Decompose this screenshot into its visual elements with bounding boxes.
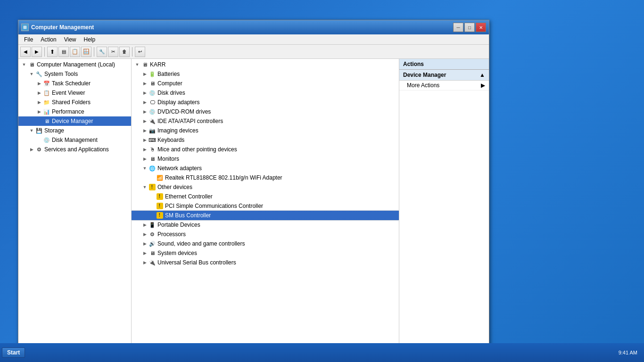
dev-root[interactable]: ▼ 🖥 KARR: [132, 60, 399, 69]
actions-section-device-manager[interactable]: Device Manager ▲: [399, 70, 489, 81]
tree-services-applications[interactable]: ▶ ⚙ Services and Applications: [18, 145, 131, 154]
dev-other-devices[interactable]: ▼ ! Other devices: [132, 182, 399, 192]
dev-ethernet-controller[interactable]: ! Ethernet Controller: [132, 192, 399, 201]
task-scheduler-expander[interactable]: ▶: [35, 80, 43, 87]
dev-batteries[interactable]: ▶ 🔋 Batteries: [132, 69, 399, 79]
other-devices-expander[interactable]: ▼: [141, 183, 149, 191]
dev-sound[interactable]: ▶ 🔊 Sound, video and game controllers: [132, 239, 399, 248]
dev-disk-drives[interactable]: ▶ 💿 Disk drives: [132, 88, 399, 98]
actions-section-label: Device Manager: [403, 72, 446, 78]
monitors-label: Monitors: [157, 156, 179, 162]
batteries-icon: 🔋: [149, 70, 156, 78]
computer-management-window: ⊞ Computer Management ─ □ ✕ File Action …: [18, 20, 489, 359]
imaging-devices-expander[interactable]: ▶: [141, 127, 149, 134]
dev-mice[interactable]: ▶ 🖱 Mice and other pointing devices: [132, 145, 399, 154]
toolbar-btn-6[interactable]: ↩: [135, 47, 145, 57]
dev-portable-devices[interactable]: ▶ 📱 Portable Devices: [132, 220, 399, 230]
ide-ata-expander[interactable]: ▶: [141, 117, 149, 125]
tree-device-manager[interactable]: 🖥 Device Manager: [18, 116, 131, 126]
forward-button[interactable]: ▶: [32, 47, 42, 57]
imaging-devices-icon: 📷: [149, 127, 156, 134]
tree-event-viewer[interactable]: ▶ 📋 Event Viewer: [18, 88, 131, 98]
middle-tree-panel: ▼ 🖥 KARR ▶ 🔋 Batteries ▶ 🖥 Computer: [132, 59, 399, 348]
services-applications-icon: ⚙: [35, 146, 43, 153]
toolbar-btn-3[interactable]: 🔧: [97, 47, 107, 57]
new-window-button[interactable]: 🪟: [81, 47, 91, 57]
tree-storage[interactable]: ▼ 💾 Storage: [18, 126, 131, 135]
tree-disk-management[interactable]: 💿 Disk Management: [18, 135, 131, 145]
ide-ata-label: IDE ATA/ATAPI controllers: [157, 118, 223, 124]
network-adapters-expander[interactable]: ▼: [141, 165, 149, 172]
disk-drives-expander[interactable]: ▶: [141, 89, 149, 97]
dev-realtek[interactable]: 📶 Realtek RTL8188CE 802.11b/g/n WiFi Ada…: [132, 173, 399, 182]
menu-file[interactable]: File: [20, 35, 37, 44]
sound-expander[interactable]: ▶: [141, 240, 149, 247]
device-manager-expander[interactable]: [35, 117, 43, 125]
device-manager-label: Device Manager: [52, 118, 93, 124]
computer-label: Computer: [157, 80, 182, 87]
menu-action[interactable]: Action: [37, 35, 60, 44]
dev-usb-controllers[interactable]: ▶ 🔌 Universal Serial Bus controllers: [132, 258, 399, 267]
sm-bus-label: SM Bus Controller: [165, 212, 211, 219]
dvd-cdrom-expander[interactable]: ▶: [141, 108, 149, 115]
dev-sm-bus-controller[interactable]: ! SM Bus Controller: [132, 211, 399, 220]
performance-expander[interactable]: ▶: [35, 108, 43, 115]
tree-root[interactable]: ▼ 🖥 Computer Management (Local): [18, 60, 131, 69]
dev-network-adapters[interactable]: ▼ 🌐 Network adapters: [132, 164, 399, 173]
system-devices-expander[interactable]: ▶: [141, 249, 149, 257]
tree-task-scheduler[interactable]: ▶ 📅 Task Scheduler: [18, 79, 131, 88]
disk-management-expander[interactable]: [35, 136, 43, 144]
up-button[interactable]: ⬆: [47, 47, 58, 57]
dev-system-devices[interactable]: ▶ 🖥 System devices: [132, 248, 399, 258]
computer-expander[interactable]: ▶: [141, 80, 149, 87]
event-viewer-label: Event Viewer: [52, 90, 85, 96]
dev-ide-ata[interactable]: ▶ 🔌 IDE ATA/ATAPI controllers: [132, 116, 399, 126]
system-tools-expander[interactable]: ▼: [28, 70, 35, 78]
minimize-button[interactable]: ─: [453, 23, 463, 32]
actions-more-actions[interactable]: More Actions ▶: [399, 81, 489, 90]
monitors-expander[interactable]: ▶: [141, 155, 149, 163]
dev-keyboards[interactable]: ▶ ⌨ Keyboards: [132, 135, 399, 145]
show-hide-button[interactable]: ▤: [58, 47, 69, 57]
processors-expander[interactable]: ▶: [141, 230, 149, 238]
dev-monitors[interactable]: ▶ 🖥 Monitors: [132, 154, 399, 164]
mice-label: Mice and other pointing devices: [157, 146, 237, 153]
storage-expander[interactable]: ▼: [28, 127, 35, 134]
usb-controllers-expander[interactable]: ▶: [141, 259, 149, 266]
ethernet-icon: !: [156, 193, 164, 200]
keyboards-expander[interactable]: ▶: [141, 136, 149, 144]
dev-display-adapters[interactable]: ▶ 🖵 Display adapters: [132, 98, 399, 107]
tree-performance[interactable]: ▶ 📊 Performance: [18, 107, 131, 116]
toolbar-btn-4[interactable]: ✂: [108, 47, 118, 57]
toolbar: ◀ ▶ ⬆ ▤ 📋 🪟 🔧 ✂ 🗑 ↩: [18, 45, 489, 59]
batteries-expander[interactable]: ▶: [141, 70, 149, 78]
back-button[interactable]: ◀: [20, 47, 31, 57]
dev-root-label: KARR: [150, 61, 165, 68]
event-viewer-icon: 📋: [43, 89, 50, 97]
toolbar-btn-5[interactable]: 🗑: [119, 47, 130, 57]
menu-help[interactable]: Help: [80, 35, 99, 44]
portable-devices-label: Portable Devices: [157, 222, 200, 228]
tree-system-tools[interactable]: ▼ 🔧 System Tools: [18, 69, 131, 79]
ethernet-expander: [149, 193, 156, 200]
dev-processors[interactable]: ▶ ⚙ Processors: [132, 230, 399, 239]
services-applications-expander[interactable]: ▶: [28, 146, 35, 153]
shared-folders-expander[interactable]: ▶: [35, 99, 43, 106]
title-controls: ─ □ ✕: [453, 23, 486, 32]
event-viewer-expander[interactable]: ▶: [35, 89, 43, 97]
dev-pci-simple[interactable]: ! PCI Simple Communications Controller: [132, 201, 399, 211]
task-scheduler-label: Task Scheduler: [52, 80, 91, 87]
start-button[interactable]: Start: [2, 347, 25, 358]
dev-imaging-devices[interactable]: ▶ 📷 Imaging devices: [132, 126, 399, 135]
mice-expander[interactable]: ▶: [141, 146, 149, 153]
dev-dvd-cdrom[interactable]: ▶ 💿 DVD/CD-ROM drives: [132, 107, 399, 116]
properties-button[interactable]: 📋: [70, 47, 80, 57]
portable-devices-expander[interactable]: ▶: [141, 221, 149, 229]
menu-view[interactable]: View: [60, 35, 80, 44]
close-button[interactable]: ✕: [476, 23, 486, 32]
dev-computer[interactable]: ▶ 🖥 Computer: [132, 79, 399, 88]
disk-drives-icon: 💿: [149, 89, 156, 97]
tree-shared-folders[interactable]: ▶ 📁 Shared Folders: [18, 98, 131, 107]
maximize-button[interactable]: □: [464, 23, 475, 32]
display-adapters-expander[interactable]: ▶: [141, 99, 149, 106]
